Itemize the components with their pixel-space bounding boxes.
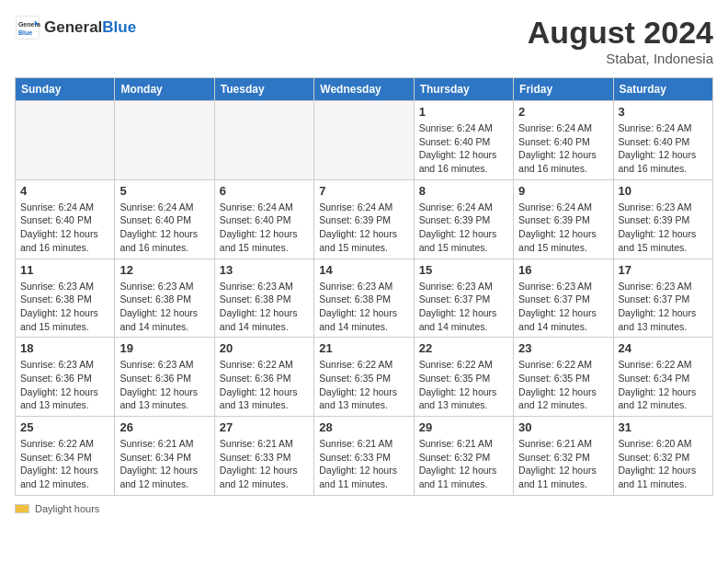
day-info: Sunrise: 6:23 AMSunset: 6:36 PMDaylight:… — [119, 358, 209, 412]
svg-text:Blue: Blue — [18, 29, 32, 36]
day-info: Sunrise: 6:23 AMSunset: 6:36 PMDaylight:… — [20, 358, 109, 412]
day-info: Sunrise: 6:21 AMSunset: 6:33 PMDaylight:… — [220, 437, 309, 491]
header-sunday: Sunday — [16, 78, 115, 101]
day-number: 4 — [20, 184, 109, 198]
day-info: Sunrise: 6:23 AMSunset: 6:38 PMDaylight:… — [20, 280, 109, 334]
table-row: 11Sunrise: 6:23 AMSunset: 6:38 PMDayligh… — [16, 259, 115, 338]
location: Stabat, Indonesia — [528, 51, 713, 66]
day-number: 21 — [319, 341, 408, 355]
day-info: Sunrise: 6:23 AMSunset: 6:37 PMDaylight:… — [419, 280, 508, 334]
day-number: 28 — [319, 420, 408, 434]
day-number: 26 — [119, 420, 209, 434]
calendar-table: Sunday Monday Tuesday Wednesday Thursday… — [15, 77, 713, 496]
day-info: Sunrise: 6:21 AMSunset: 6:32 PMDaylight:… — [419, 437, 508, 491]
table-row: 14Sunrise: 6:23 AMSunset: 6:38 PMDayligh… — [314, 259, 414, 338]
day-info: Sunrise: 6:24 AMSunset: 6:39 PMDaylight:… — [419, 201, 508, 255]
day-number: 17 — [619, 263, 708, 277]
header-friday: Friday — [514, 78, 613, 101]
header-saturday: Saturday — [613, 78, 712, 101]
day-number: 25 — [20, 420, 109, 434]
day-number: 12 — [119, 263, 209, 277]
day-info: Sunrise: 6:24 AMSunset: 6:39 PMDaylight:… — [319, 201, 408, 255]
table-row: 4Sunrise: 6:24 AMSunset: 6:40 PMDaylight… — [16, 179, 115, 259]
day-info: Sunrise: 6:21 AMSunset: 6:33 PMDaylight:… — [319, 437, 408, 491]
day-number: 14 — [319, 263, 408, 277]
title-block: August 2024 Stabat, Indonesia — [528, 15, 713, 66]
day-info: Sunrise: 6:24 AMSunset: 6:40 PMDaylight:… — [518, 121, 608, 176]
table-row: 19Sunrise: 6:23 AMSunset: 6:36 PMDayligh… — [115, 338, 214, 417]
day-info: Sunrise: 6:24 AMSunset: 6:40 PMDaylight:… — [20, 201, 109, 255]
header-wednesday: Wednesday — [314, 78, 414, 101]
day-info: Sunrise: 6:22 AMSunset: 6:34 PMDaylight:… — [20, 437, 109, 491]
header-tuesday: Tuesday — [214, 78, 313, 101]
day-info: Sunrise: 6:22 AMSunset: 6:36 PMDaylight:… — [220, 358, 309, 412]
logo: General Blue GeneralBlue — [15, 15, 136, 40]
table-row: 9Sunrise: 6:24 AMSunset: 6:39 PMDaylight… — [514, 179, 613, 259]
day-number: 11 — [20, 263, 109, 277]
table-row: 2Sunrise: 6:24 AMSunset: 6:40 PMDaylight… — [514, 101, 613, 180]
day-number: 2 — [518, 105, 608, 119]
day-number: 22 — [419, 341, 508, 355]
day-number: 3 — [619, 105, 708, 119]
table-row: 5Sunrise: 6:24 AMSunset: 6:40 PMDaylight… — [115, 179, 214, 259]
table-row: 25Sunrise: 6:22 AMSunset: 6:34 PMDayligh… — [16, 417, 115, 496]
calendar-week-row: 4Sunrise: 6:24 AMSunset: 6:40 PMDaylight… — [16, 179, 713, 259]
day-info: Sunrise: 6:23 AMSunset: 6:38 PMDaylight:… — [220, 280, 309, 334]
header-monday: Monday — [115, 78, 214, 101]
day-number: 18 — [20, 341, 109, 355]
table-row: 22Sunrise: 6:22 AMSunset: 6:35 PMDayligh… — [414, 338, 513, 417]
day-number: 20 — [220, 341, 309, 355]
day-number: 15 — [419, 263, 508, 277]
day-info: Sunrise: 6:22 AMSunset: 6:35 PMDaylight:… — [518, 358, 608, 412]
table-row: 24Sunrise: 6:22 AMSunset: 6:34 PMDayligh… — [613, 338, 712, 417]
day-number: 23 — [518, 341, 608, 355]
table-row — [214, 101, 313, 180]
table-row: 3Sunrise: 6:24 AMSunset: 6:40 PMDaylight… — [613, 101, 712, 180]
table-row: 17Sunrise: 6:23 AMSunset: 6:37 PMDayligh… — [613, 259, 712, 338]
table-row: 28Sunrise: 6:21 AMSunset: 6:33 PMDayligh… — [314, 417, 414, 496]
day-info: Sunrise: 6:24 AMSunset: 6:39 PMDaylight:… — [518, 201, 608, 255]
day-number: 10 — [619, 184, 708, 198]
table-row: 6Sunrise: 6:24 AMSunset: 6:40 PMDaylight… — [214, 179, 313, 259]
table-row: 20Sunrise: 6:22 AMSunset: 6:36 PMDayligh… — [214, 338, 313, 417]
calendar-header-row: Sunday Monday Tuesday Wednesday Thursday… — [16, 78, 713, 101]
table-row: 31Sunrise: 6:20 AMSunset: 6:32 PMDayligh… — [613, 417, 712, 496]
day-number: 13 — [220, 263, 309, 277]
table-row: 21Sunrise: 6:22 AMSunset: 6:35 PMDayligh… — [314, 338, 414, 417]
day-number: 1 — [419, 105, 508, 119]
day-info: Sunrise: 6:23 AMSunset: 6:37 PMDaylight:… — [518, 280, 608, 334]
day-info: Sunrise: 6:23 AMSunset: 6:38 PMDaylight:… — [119, 280, 209, 334]
day-info: Sunrise: 6:20 AMSunset: 6:32 PMDaylight:… — [619, 437, 708, 491]
table-row: 18Sunrise: 6:23 AMSunset: 6:36 PMDayligh… — [16, 338, 115, 417]
day-info: Sunrise: 6:23 AMSunset: 6:39 PMDaylight:… — [619, 201, 708, 255]
day-number: 27 — [220, 420, 309, 434]
day-number: 16 — [518, 263, 608, 277]
day-number: 6 — [220, 184, 309, 198]
calendar-week-row: 1Sunrise: 6:24 AMSunset: 6:40 PMDaylight… — [16, 101, 713, 180]
table-row: 1Sunrise: 6:24 AMSunset: 6:40 PMDaylight… — [414, 101, 513, 180]
logo-icon: General Blue — [15, 15, 40, 40]
day-number: 31 — [619, 420, 708, 434]
logo-text: GeneralBlue — [44, 18, 136, 37]
day-number: 8 — [419, 184, 508, 198]
calendar-week-row: 18Sunrise: 6:23 AMSunset: 6:36 PMDayligh… — [16, 338, 713, 417]
day-info: Sunrise: 6:24 AMSunset: 6:40 PMDaylight:… — [220, 201, 309, 255]
header-thursday: Thursday — [414, 78, 513, 101]
month-year: August 2024 — [528, 15, 713, 51]
day-number: 19 — [119, 341, 209, 355]
table-row: 29Sunrise: 6:21 AMSunset: 6:32 PMDayligh… — [414, 417, 513, 496]
table-row: 26Sunrise: 6:21 AMSunset: 6:34 PMDayligh… — [115, 417, 214, 496]
day-number: 9 — [518, 184, 608, 198]
day-info: Sunrise: 6:24 AMSunset: 6:40 PMDaylight:… — [619, 121, 708, 176]
day-info: Sunrise: 6:23 AMSunset: 6:38 PMDaylight:… — [319, 280, 408, 334]
day-number: 24 — [619, 341, 708, 355]
day-info: Sunrise: 6:22 AMSunset: 6:35 PMDaylight:… — [419, 358, 508, 412]
table-row: 23Sunrise: 6:22 AMSunset: 6:35 PMDayligh… — [514, 338, 613, 417]
legend: Daylight hours — [15, 503, 713, 514]
day-info: Sunrise: 6:24 AMSunset: 6:40 PMDaylight:… — [419, 121, 508, 176]
table-row: 13Sunrise: 6:23 AMSunset: 6:38 PMDayligh… — [214, 259, 313, 338]
legend-label: Daylight hours — [35, 503, 99, 514]
table-row: 10Sunrise: 6:23 AMSunset: 6:39 PMDayligh… — [613, 179, 712, 259]
day-info: Sunrise: 6:22 AMSunset: 6:34 PMDaylight:… — [619, 358, 708, 412]
table-row: 8Sunrise: 6:24 AMSunset: 6:39 PMDaylight… — [414, 179, 513, 259]
